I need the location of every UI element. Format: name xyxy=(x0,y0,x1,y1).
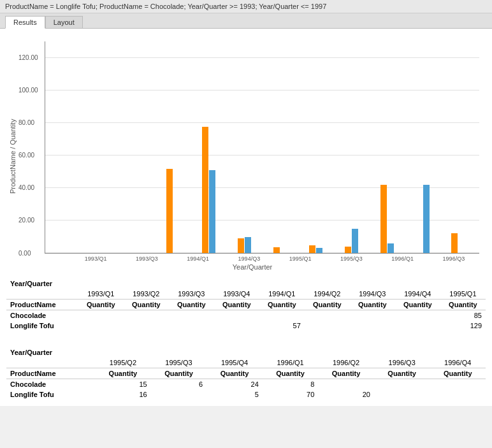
x-axis-title: Year/Quarter xyxy=(19,263,486,271)
table-section-2: Year/Quarter 1995/Q2 1995/Q3 1995/Q4 199… xyxy=(6,345,486,400)
chart-plot: 0.00 20.00 40.00 60.00 80.00 100.00 120.… xyxy=(45,41,479,254)
data-row-chocolade-2: Chocolade 15 6 24 8 xyxy=(6,379,486,390)
quarter-labels-row-1: 1993/Q1 1993/Q2 1993/Q3 1993/Q4 1994/Q1 … xyxy=(6,289,486,300)
bar-chocolade xyxy=(166,169,173,253)
column-header-row-1: ProductName Quantity Quantity Quantity Q… xyxy=(6,300,486,310)
bar-group-1995q4 xyxy=(309,245,322,253)
tab-results[interactable]: Results xyxy=(5,16,45,29)
bar-group-1994q3 xyxy=(166,169,180,253)
bar-tofu xyxy=(423,185,430,253)
section-header-row-2: Year/Quarter xyxy=(6,345,486,358)
bar-tofu xyxy=(245,237,251,253)
bar-tofu xyxy=(209,170,215,253)
x-axis-labels: 1993/Q1 1993/Q3 1994/Q1 1994/Q3 1995/Q1 … xyxy=(70,254,479,262)
bar-group-1995q2 xyxy=(238,237,251,253)
bar-chocolade xyxy=(273,247,280,253)
bars-container xyxy=(45,41,479,253)
bar-group-1996q4 xyxy=(451,233,465,253)
bar-chocolade xyxy=(451,233,458,253)
bar-chocolade xyxy=(202,127,208,253)
column-header-row-2: ProductName Quantity Quantity Quantity Q… xyxy=(6,368,486,379)
bar-group-1995q3 xyxy=(273,247,287,253)
bar-group-1996q1 xyxy=(345,229,358,253)
tab-layout[interactable]: Layout xyxy=(45,16,83,28)
bar-group-1995q1 xyxy=(202,127,215,253)
bar-group-1996q3 xyxy=(416,185,430,253)
y-axis-label: ProductName / Quantity xyxy=(6,41,19,271)
bar-tofu xyxy=(316,248,322,253)
table-section-1: Year/Quarter 1993/Q1 1993/Q2 1993/Q3 199… xyxy=(6,276,486,331)
chart-inner: 0.00 20.00 40.00 60.00 80.00 100.00 120.… xyxy=(19,35,486,271)
bar-chocolade xyxy=(238,238,244,253)
data-row-chocolade-1: Chocolade 85 xyxy=(6,310,486,321)
main-content: ProductName / Quantity 0.00 20.00 40.00 … xyxy=(0,29,492,406)
tab-bar: Results Layout xyxy=(0,13,492,29)
data-row-tofu-1: Longlife Tofu 57 129 xyxy=(6,321,486,331)
bar-group-1996q2 xyxy=(380,185,394,253)
filter-text: ProductName = Longlife Tofu; ProductName… xyxy=(5,3,326,10)
cross-table-1: Year/Quarter 1993/Q1 1993/Q2 1993/Q3 199… xyxy=(6,276,486,331)
filter-bar: ProductName = Longlife Tofu; ProductName… xyxy=(0,0,492,13)
quarter-labels-row-2: 1995/Q2 1995/Q3 1995/Q4 1996/Q1 1996/Q2 … xyxy=(6,358,486,368)
bar-tofu xyxy=(387,243,394,253)
bar-tofu xyxy=(352,229,358,253)
chart-area: ProductName / Quantity 0.00 20.00 40.00 … xyxy=(6,35,486,271)
bar-chocolade xyxy=(345,247,351,253)
bar-chocolade xyxy=(309,245,315,253)
section-gap xyxy=(6,331,486,340)
cross-table-2: Year/Quarter 1995/Q2 1995/Q3 1995/Q4 199… xyxy=(6,345,486,400)
data-row-tofu-2: Longlife Tofu 16 5 70 20 xyxy=(6,389,486,400)
bar-chocolade xyxy=(380,185,387,253)
section-header-row: Year/Quarter xyxy=(6,276,486,289)
